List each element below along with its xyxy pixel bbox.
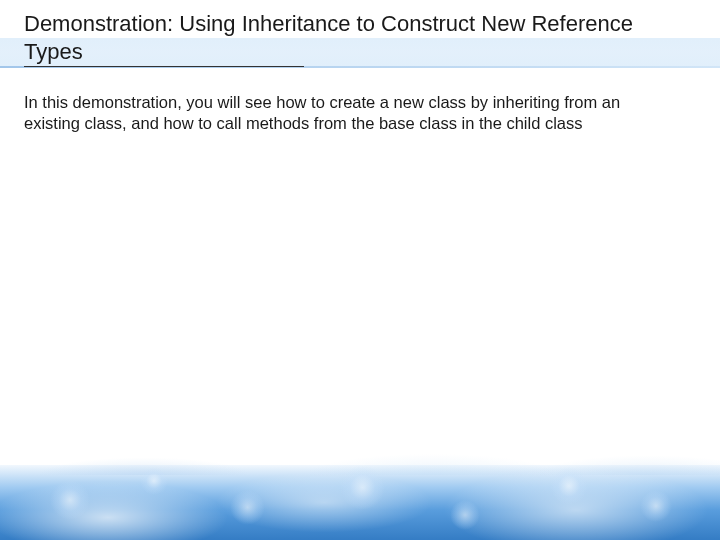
title-underline	[24, 66, 304, 67]
bokeh-circle	[640, 490, 672, 522]
bokeh-circle	[50, 480, 90, 520]
bokeh-circle	[140, 467, 168, 495]
slide-body-text: In this demonstration, you will see how …	[24, 92, 660, 135]
slide-container: Demonstration: Using Inheritance to Cons…	[0, 0, 720, 540]
slide-title: Demonstration: Using Inheritance to Cons…	[24, 10, 696, 65]
footer-decorative-band	[0, 465, 720, 540]
bokeh-circle	[340, 465, 385, 510]
bokeh-circle	[550, 467, 588, 505]
bokeh-circle	[230, 490, 265, 525]
bokeh-circle	[450, 500, 480, 530]
